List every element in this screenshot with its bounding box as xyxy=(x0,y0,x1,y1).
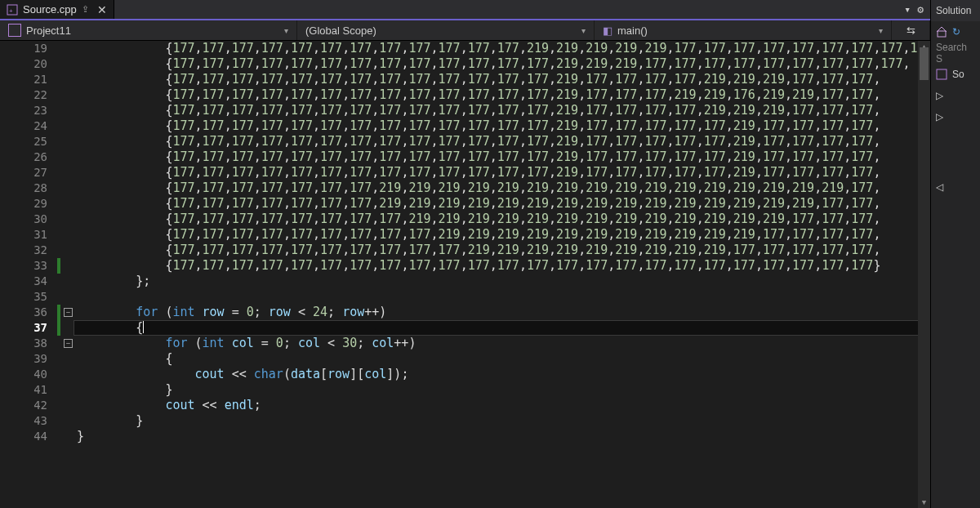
margin-cell[interactable] xyxy=(56,289,74,305)
svg-rect-2 xyxy=(938,31,946,37)
pin-icon[interactable]: ⇪ xyxy=(82,4,89,15)
code-line[interactable]: cout << endl; xyxy=(74,398,930,413)
margin-cell[interactable] xyxy=(56,165,74,180)
code-line[interactable]: { xyxy=(74,351,930,367)
code-line[interactable]: {177,177,177,177,177,177,177,177,177,177… xyxy=(74,72,930,87)
margin-cell[interactable] xyxy=(56,149,74,165)
margin-cell[interactable] xyxy=(56,413,74,429)
solution-explorer[interactable]: Solution ↻ Search S So ▷ ▷ ◁ xyxy=(930,0,980,508)
code-line[interactable]: for (int col = 0; col < 30; col++) xyxy=(74,336,930,351)
line-number: 38 xyxy=(0,336,47,351)
code-line[interactable]: {177,177,177,177,177,177,177,177,177,177… xyxy=(74,149,930,165)
margin-cell[interactable] xyxy=(56,243,74,258)
solution-search[interactable]: Search S xyxy=(931,42,980,64)
line-number: 33 xyxy=(0,258,47,274)
code-line[interactable]: } xyxy=(74,429,930,444)
line-number: 40 xyxy=(0,367,47,382)
code-line[interactable]: {177,177,177,177,177,177,177,177,177,177… xyxy=(74,41,930,56)
chevron-down-icon: ▾ xyxy=(581,26,586,35)
margin-cell[interactable]: − xyxy=(56,305,74,320)
line-number: 32 xyxy=(0,243,47,258)
code-line[interactable]: } xyxy=(74,413,930,429)
margin-cell[interactable] xyxy=(56,212,74,227)
scrollbar-thumb[interactable] xyxy=(920,47,929,80)
margin-cell[interactable]: − xyxy=(56,336,74,351)
line-number: 35 xyxy=(0,289,47,305)
margin-cell[interactable] xyxy=(56,274,74,289)
solution-toolbar[interactable]: ↻ xyxy=(931,21,980,42)
margin-cell[interactable] xyxy=(56,351,74,367)
margin-cell[interactable] xyxy=(56,72,74,87)
code-line[interactable]: {177,177,177,177,177,177,177,219,219,219… xyxy=(74,196,930,212)
tree-expand-1[interactable]: ▷ xyxy=(931,85,980,106)
home-icon[interactable] xyxy=(936,26,947,38)
svg-text:+: + xyxy=(9,7,13,15)
project-dropdown[interactable]: Project11 ▾ xyxy=(0,20,297,40)
file-tab-source[interactable]: + Source.cpp ⇪ ✕ xyxy=(0,0,114,19)
code-line[interactable]: {177,177,177,177,177,177,177,177,177,177… xyxy=(74,134,930,149)
scope-dropdown[interactable]: (Global Scope) ▾ xyxy=(297,20,595,40)
code-line[interactable]: {177,177,177,177,177,177,177,177,177,177… xyxy=(74,87,930,103)
line-number: 23 xyxy=(0,103,47,118)
code-line[interactable]: for (int row = 0; row < 24; row++) xyxy=(74,305,930,320)
function-dropdown[interactable]: ◧ main() ▾ xyxy=(595,20,892,40)
code-area[interactable]: {177,177,177,177,177,177,177,177,177,177… xyxy=(74,41,930,508)
margin-cell[interactable] xyxy=(56,196,74,212)
margin-cell[interactable] xyxy=(56,429,74,444)
code-line[interactable]: {177,177,177,177,177,177,177,177,177,177… xyxy=(74,118,930,134)
code-line[interactable]: { xyxy=(74,320,930,336)
margin-cell[interactable] xyxy=(56,398,74,413)
margin-cell[interactable] xyxy=(56,382,74,398)
change-bar-icon xyxy=(57,258,60,274)
line-number: 25 xyxy=(0,134,47,149)
code-line[interactable]: {177,177,177,177,177,177,177,177,177,177… xyxy=(74,243,930,258)
margin-cell[interactable] xyxy=(56,118,74,134)
fold-toggle-icon[interactable]: − xyxy=(64,339,73,348)
tree-collapse[interactable]: ◁ xyxy=(931,176,980,198)
change-bar-icon xyxy=(57,320,60,336)
close-icon[interactable]: ✕ xyxy=(97,4,107,16)
code-editor[interactable]: 1920212223242526272829303132333435363738… xyxy=(0,41,930,508)
vertical-scrollbar[interactable]: ▲ ▼ xyxy=(918,41,930,508)
tab-bar: + Source.cpp ⇪ ✕ ▾ ⚙ xyxy=(0,0,930,20)
line-number: 27 xyxy=(0,165,47,180)
code-line[interactable]: {177,177,177,177,177,177,177,177,177,177… xyxy=(74,103,930,118)
solution-node[interactable]: So xyxy=(931,64,980,85)
tree-expand-2[interactable]: ▷ xyxy=(931,106,980,127)
project-icon xyxy=(8,24,21,37)
line-number: 30 xyxy=(0,212,47,227)
refresh-icon[interactable]: ↻ xyxy=(952,26,960,38)
tab-menu-chevron-icon[interactable]: ▾ xyxy=(904,3,911,16)
navigation-bar: Project11 ▾ (Global Scope) ▾ ◧ main() ▾ … xyxy=(0,20,930,41)
change-bar-icon xyxy=(57,305,60,320)
code-line[interactable]: {177,177,177,177,177,177,177,177,177,177… xyxy=(74,56,930,72)
margin-cell[interactable] xyxy=(56,367,74,382)
solution-explorer-header[interactable]: Solution xyxy=(931,0,980,21)
code-line[interactable]: {177,177,177,177,177,177,177,177,177,219… xyxy=(74,227,930,243)
fold-margin[interactable]: −− xyxy=(56,41,74,508)
code-line[interactable]: {177,177,177,177,177,177,177,177,177,177… xyxy=(74,165,930,180)
code-line[interactable]: {177,177,177,177,177,177,177,177,219,219… xyxy=(74,212,930,227)
margin-cell[interactable] xyxy=(56,103,74,118)
gear-icon[interactable]: ⚙ xyxy=(917,3,924,16)
margin-cell[interactable] xyxy=(56,180,74,196)
fold-toggle-icon[interactable]: − xyxy=(64,308,73,317)
code-line[interactable]: }; xyxy=(74,274,930,289)
margin-cell[interactable] xyxy=(56,258,74,274)
margin-cell[interactable] xyxy=(56,134,74,149)
code-line[interactable]: {177,177,177,177,177,177,177,177,177,177… xyxy=(74,258,930,274)
margin-cell[interactable] xyxy=(56,41,74,56)
margin-cell[interactable] xyxy=(56,320,74,336)
margin-cell[interactable] xyxy=(56,87,74,103)
margin-cell[interactable] xyxy=(56,56,74,72)
margin-cell[interactable] xyxy=(56,227,74,243)
swap-button[interactable]: ⇆ xyxy=(892,20,930,40)
solution-icon xyxy=(936,69,947,80)
code-line[interactable]: } xyxy=(74,382,930,398)
search-placeholder: Search S xyxy=(936,42,975,65)
code-line[interactable]: {177,177,177,177,177,177,177,219,219,219… xyxy=(74,180,930,196)
code-line[interactable]: cout << char(data[row][col]); xyxy=(74,367,930,382)
svg-rect-3 xyxy=(937,69,947,79)
scroll-down-arrow-icon[interactable]: ▼ xyxy=(918,497,930,508)
code-line[interactable] xyxy=(74,289,930,305)
